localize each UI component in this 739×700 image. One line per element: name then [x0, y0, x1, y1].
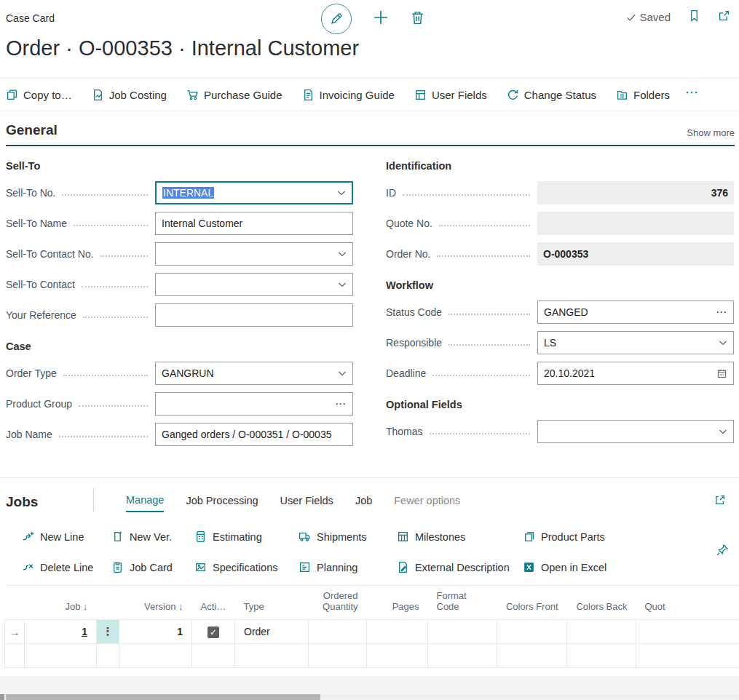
chevron-down-icon[interactable]	[338, 369, 347, 378]
jobs-action-bar: New Line New Ver. Estimating Shipments	[22, 530, 606, 573]
col-quote[interactable]: Quot	[636, 586, 739, 620]
field-product-group: Product Group ⋯	[6, 392, 353, 415]
new-document-icon	[372, 9, 390, 26]
general-section-header: General Show more	[6, 122, 735, 146]
ellipsis-assist-icon[interactable]: ⋯	[716, 309, 727, 316]
col-colors-back[interactable]: Colors Back	[567, 586, 636, 620]
active-cell[interactable]: ✓	[192, 620, 235, 644]
order-type-input[interactable]: GANGRUN	[155, 362, 353, 385]
tab-job-processing[interactable]: Job Processing	[186, 495, 258, 512]
new-line-button[interactable]: New Line	[22, 530, 111, 543]
horizontal-scrollbar[interactable]	[0, 694, 739, 700]
col-version[interactable]: Version ↓	[119, 586, 192, 620]
colors-front-cell[interactable]	[497, 620, 567, 644]
table-row-empty[interactable]	[5, 644, 739, 668]
tab-user-fields[interactable]: User Fields	[280, 495, 333, 512]
tab-manage[interactable]: Manage	[126, 494, 164, 512]
jobs-title[interactable]: Jobs	[6, 494, 38, 510]
thomas-input[interactable]	[537, 420, 734, 443]
group-title-sell-to: Sell-To	[6, 160, 353, 172]
sell-to-name-input[interactable]: Internal Customer	[155, 212, 353, 235]
specifications-button[interactable]: Specifications	[194, 561, 299, 573]
responsible-input[interactable]: LS	[537, 331, 734, 354]
external-description-button[interactable]: External Description	[397, 561, 523, 573]
edit-pencil-icon	[329, 12, 344, 26]
jobs-header: Jobs Manage Job Processing User Fields J…	[0, 478, 739, 516]
col-format-code[interactable]: Format Code	[428, 586, 497, 620]
open-in-window-button[interactable]	[718, 9, 730, 25]
show-more-link[interactable]: Show more	[687, 127, 735, 138]
invoicing-guide-button[interactable]: Invoicing Guide	[302, 89, 395, 101]
format-code-cell[interactable]	[428, 620, 497, 644]
col-pages[interactable]: Pages	[367, 586, 428, 620]
job-costing-button[interactable]: Job Costing	[92, 89, 167, 101]
status-code-input[interactable]: GANGED ⋯	[537, 301, 734, 324]
field-sell-to-contact-no: Sell-To Contact No.	[6, 242, 353, 266]
your-reference-input[interactable]	[155, 303, 353, 327]
shipments-button[interactable]: Shipments	[299, 530, 397, 543]
col-colors-front[interactable]: Colors Front	[497, 586, 567, 620]
change-status-icon	[507, 89, 519, 101]
purchase-guide-button[interactable]: Purchase Guide	[186, 89, 282, 101]
chevron-down-icon[interactable]	[719, 338, 727, 347]
change-status-button[interactable]: Change Status	[507, 89, 596, 101]
user-fields-button[interactable]: User Fields	[414, 89, 487, 101]
planning-button[interactable]: Planning	[299, 561, 397, 573]
grid-header-row: Job ↓ Version ↓ Acti… Type Ordered Quant…	[5, 586, 739, 620]
col-type[interactable]: Type	[235, 586, 309, 620]
col-ordered-quantity[interactable]: Ordered Quantity	[309, 586, 367, 620]
ordered-quantity-cell[interactable]	[309, 620, 367, 644]
colors-back-cell[interactable]	[567, 620, 636, 644]
estimating-icon	[194, 530, 207, 543]
job-name-input[interactable]: Ganged orders / O-000351 / O-00035	[155, 423, 353, 446]
version-cell[interactable]: 1	[119, 620, 192, 644]
chevron-down-icon[interactable]	[719, 427, 727, 436]
delete-button[interactable]	[410, 10, 425, 28]
sell-to-contact-input[interactable]	[155, 273, 353, 296]
deadline-input[interactable]: 20.10.2021	[537, 362, 734, 385]
ellipsis-assist-icon[interactable]: ⋯	[335, 400, 347, 407]
delete-line-icon	[22, 561, 34, 573]
pages-cell[interactable]	[367, 620, 428, 644]
save-status-group: Saved	[626, 9, 730, 25]
chevron-down-icon[interactable]	[338, 250, 347, 258]
field-deadline: Deadline 20.10.2021	[386, 362, 734, 385]
calendar-icon[interactable]	[716, 368, 727, 379]
group-title-workflow: Workflow	[386, 279, 734, 291]
chevron-down-icon[interactable]	[338, 280, 347, 289]
focus-mode-button[interactable]	[714, 494, 726, 509]
new-version-button[interactable]: New Ver.	[111, 530, 194, 543]
pin-button[interactable]	[716, 544, 729, 560]
open-in-excel-button[interactable]: Open in Excel	[523, 561, 606, 573]
open-in-window-icon	[718, 9, 730, 22]
table-row[interactable]: → 1 ⋮ 1 ✓ Order	[5, 620, 739, 644]
col-job[interactable]: Job ↓	[25, 586, 97, 620]
more-actions-button[interactable]: ⋯	[685, 84, 700, 105]
type-cell[interactable]: Order	[235, 620, 309, 644]
field-thomas: Thomas	[386, 420, 734, 443]
product-group-input[interactable]: ⋯	[155, 392, 353, 415]
top-bar: Case Card	[0, 0, 739, 38]
col-active[interactable]: Acti…	[192, 586, 235, 620]
tab-job[interactable]: Job	[355, 495, 372, 512]
chevron-down-icon[interactable]	[337, 188, 346, 197]
sell-to-no-input[interactable]: INTERNAL	[155, 181, 353, 204]
row-menu-button[interactable]: ⋮	[97, 620, 119, 644]
delete-line-button[interactable]: Delete Line	[22, 561, 111, 573]
tab-fewer-options[interactable]: Fewer options	[394, 495, 460, 512]
bookmark-button[interactable]	[688, 9, 700, 25]
job-cell[interactable]: 1	[25, 620, 97, 644]
job-card-button[interactable]: Job Card	[111, 561, 194, 573]
product-parts-button[interactable]: Product Parts	[523, 530, 606, 543]
edit-button[interactable]	[321, 4, 352, 34]
folders-button[interactable]: Folders	[616, 89, 670, 101]
scrollbar-thumb[interactable]	[6, 694, 320, 700]
new-button[interactable]	[372, 9, 390, 29]
section-title[interactable]: General	[6, 122, 58, 138]
estimating-button[interactable]: Estimating	[194, 530, 299, 543]
sell-to-contact-no-input[interactable]	[155, 242, 353, 266]
quote-cell[interactable]	[636, 620, 739, 644]
copy-to-button[interactable]: Copy to…	[6, 89, 72, 101]
milestones-button[interactable]: Milestones	[397, 530, 523, 543]
active-checkbox[interactable]: ✓	[208, 627, 219, 638]
